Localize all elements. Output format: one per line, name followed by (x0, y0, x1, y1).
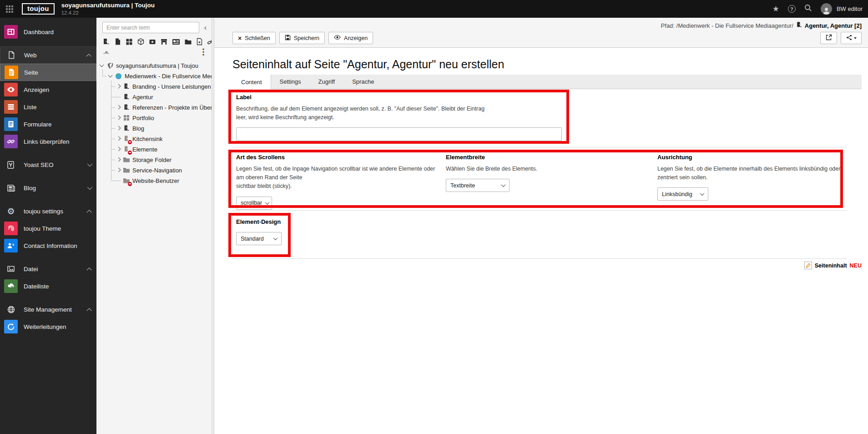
sidebar-item-dashboard[interactable]: Dashboard (0, 23, 96, 40)
sidebar-item-label: Dateiliste (24, 283, 49, 290)
divider (232, 258, 847, 259)
username[interactable]: BW editor (837, 5, 863, 12)
tree-options-icon[interactable]: ••• (202, 48, 205, 56)
tree-node-site[interactable]: Medienwerk - Die Fullservice Mediaag (96, 71, 212, 81)
chevron-up-icon (86, 308, 91, 313)
search-input[interactable] (102, 22, 199, 33)
sidebar-item-weiterleitungen[interactable]: Weiterleitungen (0, 318, 96, 335)
save-icon (285, 35, 291, 42)
sidebar-item-label: toujou Theme (24, 225, 61, 232)
chevron-up-icon (86, 210, 91, 215)
sidebar-item-liste[interactable]: Liste (0, 98, 96, 116)
sidebar-group-datei[interactable]: Datei (0, 260, 96, 278)
page-door-icon (796, 21, 802, 30)
tree-toolbar (96, 33, 212, 46)
page-restricted-icon (122, 146, 130, 153)
width-select[interactable]: Textbreite (446, 179, 510, 192)
sidebar-item-toujou-theme[interactable]: toujou Theme (0, 220, 96, 237)
tree-node[interactable]: Kitchensink (96, 134, 212, 144)
scroll-select[interactable]: scrollbar (236, 197, 272, 210)
sidebar-group-site-management[interactable]: Site Management (0, 301, 96, 318)
tree-node-root[interactable]: soyagunsarufutsumura | Toujou (96, 61, 212, 71)
chevron-collapsed-icon[interactable] (115, 104, 121, 111)
close-button[interactable]: ×Schließen (232, 32, 276, 44)
new-box-icon[interactable] (137, 38, 145, 45)
design-select[interactable]: Standard (236, 232, 282, 245)
chevron-up-icon (86, 267, 91, 273)
sidebar-item-anzeigen[interactable]: Anzeigen (0, 81, 96, 98)
tree-node[interactable]: Website-Benutzer (96, 176, 212, 186)
tree-node-label: Storage Folder (132, 156, 172, 163)
tree-node-label: Website-Benutzer (132, 177, 179, 184)
new-content-icon[interactable] (114, 38, 121, 45)
tree-node-label: Agentur (132, 94, 153, 101)
tab-sprache[interactable]: Sprache (343, 75, 383, 89)
field-alignment-description: Legen Sie fest, ob die Elemente innerhal… (657, 165, 846, 182)
tree-node[interactable]: Blog (96, 123, 212, 134)
tree-node[interactable]: Portfolio (96, 113, 212, 123)
sidebar-group-blog[interactable]: Blog (0, 179, 96, 197)
view-button[interactable]: Anzeigen (328, 32, 373, 44)
tab-zugriff[interactable]: Zugriff (310, 75, 344, 89)
sidebar-group-web[interactable]: Web (0, 46, 96, 64)
save-button[interactable]: Speichern (279, 32, 325, 44)
sidebar-item-dateiliste[interactable]: Dateiliste (0, 278, 96, 295)
new-page-icon[interactable] (102, 38, 110, 45)
new-shortcut-icon[interactable] (196, 38, 203, 45)
label-input[interactable] (236, 127, 562, 141)
tree-node[interactable]: Branding - Unsere Leistungen (96, 81, 212, 92)
chevron-collapsed-icon[interactable] (115, 125, 121, 131)
sidebar-item-seite[interactable]: Seite (0, 64, 96, 81)
avatar[interactable] (821, 3, 832, 15)
web-icon (5, 48, 18, 62)
new-shop-icon[interactable] (160, 38, 168, 45)
modules-grid-icon[interactable] (0, 0, 19, 18)
sidebar-item-formulare[interactable]: Formulare (0, 116, 96, 133)
record-type-footer: Seiteninhalt NEU (804, 262, 862, 269)
sidebar-item-label: Web (24, 52, 37, 59)
contact-icon (4, 239, 18, 252)
new-folder-icon[interactable] (184, 39, 192, 45)
chevron-collapsed-icon[interactable] (115, 136, 121, 142)
tree-node[interactable]: Agentur (96, 92, 212, 102)
page-restricted-icon (122, 135, 130, 143)
new-grid-icon[interactable] (126, 38, 133, 45)
chevron-expanded-icon[interactable] (99, 62, 105, 69)
toolbar-resize-handle[interactable] (103, 51, 109, 54)
chevron-down-icon (265, 200, 270, 205)
tab-settings[interactable]: Settings (271, 75, 310, 89)
bookmark-star-icon[interactable]: ★ (772, 4, 779, 14)
search-icon[interactable] (804, 4, 812, 14)
page-icon (5, 66, 18, 79)
chevron-expanded-icon[interactable] (107, 73, 114, 79)
chevron-down-icon (700, 192, 705, 196)
tree-node[interactable]: Referenzen - Projekte im Überblic (96, 102, 212, 113)
breadcrumb: Pfad: /Medienwerk - Die Fullservice Medi… (661, 22, 793, 29)
tree-node-label: Medienwerk - Die Fullservice Mediaag (125, 73, 212, 80)
page-tree-panel: ‹ ••• (96, 18, 212, 434)
chevron-collapsed-icon[interactable] (115, 167, 121, 173)
chevron-collapsed-icon[interactable] (115, 156, 121, 163)
redirect-icon (4, 320, 18, 333)
sidebar-item-links-ueberpruefen[interactable]: Links überprüfen (0, 133, 96, 150)
open-new-window-button[interactable] (820, 32, 837, 44)
help-icon[interactable]: ? (788, 5, 796, 13)
folder-icon (122, 167, 130, 174)
chevron-collapsed-icon[interactable] (115, 83, 121, 90)
sidebar-item-contact-information[interactable]: Contact Information (0, 237, 96, 254)
tree-node[interactable]: Service-Navigation (96, 165, 212, 176)
share-button[interactable] (841, 32, 862, 44)
alignment-select[interactable]: Linksbündig (657, 187, 708, 201)
tree-node[interactable]: Storage Folder (96, 155, 212, 165)
divider (232, 210, 847, 211)
chevron-collapsed-icon[interactable] (115, 146, 121, 152)
new-badge-icon[interactable] (149, 38, 156, 45)
collapse-panel-icon[interactable]: ‹ (203, 24, 208, 32)
chevron-down-icon (273, 236, 278, 240)
tree-node[interactable]: Elemente (96, 144, 212, 155)
chevron-collapsed-icon[interactable] (115, 115, 121, 121)
sidebar-group-yoast-seo[interactable]: Yoast SEO (0, 156, 96, 173)
tab-content[interactable]: Content (232, 75, 271, 89)
new-card-icon[interactable] (172, 39, 180, 45)
sidebar-group-toujou-settings[interactable]: ⚙ toujou settings (0, 202, 96, 220)
